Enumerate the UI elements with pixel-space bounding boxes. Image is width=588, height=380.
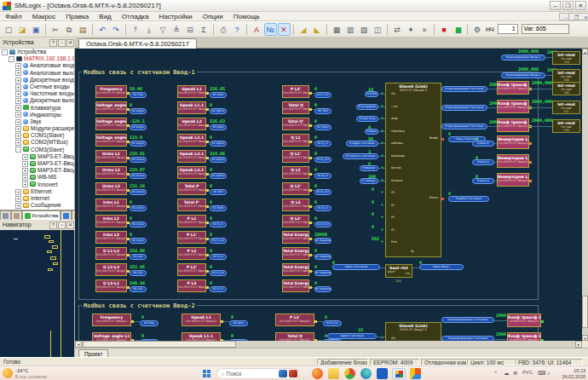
tree-item-Устройства[interactable]: -Устройства — [0, 49, 74, 55]
nav-close-button[interactable]: ✕ — [66, 222, 74, 229]
fbd-block-Frequency[interactable]: Frequency(int,МАРЗ-ЕТ-Ввод1) — [95, 85, 127, 98]
tab-workspace[interactable] — [0, 210, 11, 220]
tree-item-Индикаторы[interactable]: +Индикаторы — [0, 112, 74, 118]
hscroll-thumb[interactable] — [83, 341, 236, 348]
swap-icon[interactable]: ⇄ — [391, 23, 404, 36]
tag-oval-В1:AngL3[interactable]: В1:AngL3 — [130, 141, 147, 147]
tag-oval-В2:P_L32[interactable]: В2:P_L32 — [323, 320, 342, 326]
fbd-block-P L3'[interactable]: P L3'(int,МАРЗ-ЕТ-Ввод1) — [282, 85, 309, 98]
save-icon[interactable]: ▣ — [30, 23, 43, 36]
taskbar-edge-icon[interactable] — [360, 368, 372, 379]
tree-item-COM3(Slave)[interactable]: -COM3(Slave) — [0, 147, 74, 153]
fbd-block-Total Energy[interactable]: Total Energy(int,МАРЗ-ЕТ-Ввод1) — [282, 231, 309, 244]
tag-oval-В1:Urms1[interactable]: В1:Urms1 — [130, 157, 147, 163]
expand-icon[interactable]: - — [15, 147, 21, 153]
tree-item-МАРЗ-ЕТ-Ввод3[interactable]: +МАРЗ-ЕТ-Ввод3 — [0, 167, 74, 174]
cut-icon[interactable]: ✂ — [49, 23, 62, 36]
tree-item-Звук[interactable]: +Звук — [0, 118, 74, 125]
tag-oval-Ктрансформаторы Счетчика2[interactable]: Ктрансформаторы Счетчика2 — [441, 317, 494, 323]
fbd-block-Upeak L2.1[interactable]: Upeak L2.1(int,МАРЗ-ЕТ-Ввод1) — [177, 134, 206, 147]
nav-pin-button[interactable]: ▫ — [58, 222, 66, 229]
print-icon[interactable]: ⎙ — [217, 23, 230, 36]
tree-item-Innovert[interactable]: +Innovert — [0, 181, 74, 188]
fbd-block-Инверторов L1[interactable]: Инверторов L1(int,МАРЗ-ЕТ-Ввод1) — [497, 135, 529, 149]
scroll-right-icon[interactable]: ▸ — [575, 341, 582, 348]
tag-oval-Ошибки Счетчика1[interactable]: Ошибки Счетчика1 — [448, 196, 489, 202]
tag-oval-В1:Upk2[interactable]: В1:Upk2 — [210, 124, 227, 130]
tray-language[interactable]: РУС — [522, 370, 533, 375]
tag-oval-В1:P_L2[interactable]: В1:P_L2 — [210, 254, 227, 260]
minimize-blocks-icon[interactable]: ⊟ — [184, 23, 197, 36]
upload-icon[interactable]: ⤒ — [130, 23, 142, 36]
fbd-block-P L1[interactable]: P L1(int,МАРЗ-ЕТ-Ввод1) — [177, 215, 206, 227]
fbd-block-P L1'[interactable]: P L1'(int,МАРЗ-ЕТ-Ввод1) — [177, 231, 206, 244]
tag-oval-В1:Upk21[interactable]: В1:Upk21 — [210, 141, 227, 147]
fbd-block-Total Energy-3[interactable]: Total Energy-3(int,МАРЗ-ЕТ-Ввод1) — [282, 279, 309, 292]
start-button[interactable] — [203, 370, 211, 378]
expand-icon[interactable]: + — [15, 78, 21, 83]
taskbar-explorer-icon[interactable] — [328, 368, 339, 379]
grid2-icon[interactable]: ▥ — [344, 23, 357, 36]
scroll-left-icon[interactable]: ◂ — [75, 341, 82, 348]
taskbar-color-app-icon[interactable] — [410, 368, 421, 379]
menu-Макрос[interactable]: Макрос — [27, 12, 61, 21]
fbd-block-Q L1[interactable]: Q L1(int,МАРЗ-ЕТ-Ввод1) — [282, 134, 309, 147]
tag-oval-В1:Q_L1[interactable]: В1:Q_L1 — [314, 141, 331, 147]
fbd-block-intreal[interactable]: int→realint real108 — [552, 82, 580, 95]
expand-icon[interactable]: + — [15, 105, 21, 111]
open-icon[interactable]: ◪ — [16, 23, 29, 36]
tree-item-Дискретные входы[interactable]: +Дискретные входы — [0, 77, 74, 83]
fbd-block-U L2-L3[interactable]: U L2-L3(int,МАРЗ-ЕТ-Ввод1) — [95, 263, 127, 276]
grid1-icon[interactable]: ▦ — [331, 23, 343, 36]
fbd-block-Коэф трансф L1[interactable]: Коэф трансф L1(int,МАРЗ-ЕТ-Ввод1) — [497, 81, 529, 95]
fbd-block-Upeak L1[interactable]: Upeak L1(int,МАРЗ-ЕТ-Ввод1) — [177, 85, 206, 98]
tag-oval-Связь Счетчиков[interactable]: Связь Счетчиков — [332, 264, 380, 270]
tag-oval-В1:Энергия[interactable]: В1:Энергия — [314, 238, 331, 244]
tag-oval-В1:Q_L32[interactable]: В1:Q_L32 — [314, 222, 331, 227]
tag-oval-В2:Freq[interactable]: В2:Freq — [140, 320, 159, 326]
fbd-block-Urms L3[interactable]: Urms L3(int,МАРЗ-ЕТ-Ввод1) — [95, 182, 127, 195]
tag-oval-В1:P_L3[interactable]: В1:P_L3 — [210, 286, 227, 292]
tag-oval-В1:Энергия1[interactable]: В1:Энергия1 — [314, 254, 331, 260]
new-icon[interactable]: ▢ — [3, 23, 15, 36]
fbd-block-Irms L2[interactable]: Irms L2(int,МАРЗ-ЕТ-Ввод1) — [95, 215, 127, 227]
expand-icon[interactable]: + — [15, 98, 21, 104]
tag-oval-Связь Ввод-1[interactable]: Связь Ввод-1 — [419, 264, 464, 270]
tag-oval-Ктрансформации Счетчика1[interactable]: Ктрансформации Счетчика1 — [441, 124, 487, 130]
fbd-block-P L2'[interactable]: P L2'(int,МАРЗ-ЕТ-Ввод1) — [177, 263, 206, 276]
menu-Правка[interactable]: Правка — [61, 12, 94, 21]
tag-oval-В1:U23[interactable]: В1:U23 — [130, 270, 147, 276]
panel-pin-button[interactable]: ▫ — [58, 39, 66, 47]
tag-oval-В1:P_L22[interactable]: В1:P_L22 — [210, 270, 227, 276]
grid3-icon[interactable]: ▧ — [358, 23, 371, 36]
delete-link-icon[interactable]: ✕ — [278, 23, 291, 36]
fbd-block-Upeak L3.1[interactable]: Upeak L3.1(int,МАРЗ-ЕТ-Ввод1) — [177, 150, 206, 163]
help-icon[interactable]: ? — [231, 23, 244, 36]
fbd-block-Voltage angle L3[interactable]: Voltage angle L3(int,МАРЗ-ЕТ-Ввод1) — [95, 134, 127, 147]
tag-oval-В1:AngL1[interactable]: В1:AngL1 — [130, 108, 147, 114]
tag-oval-В:Инв L3[interactable]: В:Инв L3 — [472, 178, 494, 184]
tree-item-Аналоговые входы[interactable]: +Аналоговые входы — [0, 62, 74, 69]
tree-item-MATRIX.192.168.1.93[interactable]: -MATRIX.192.168.1.93 — [0, 55, 74, 62]
tag-oval-Ктрансформации Счетчика1[interactable]: Ктрансформации Счетчика1 — [441, 105, 487, 111]
tag-oval-В:Формат[interactable]: В:Формат — [360, 165, 378, 171]
fbd-block-Коэф трансф L2[interactable]: Коэф трансф L2(int,МАРЗ-ЕТ-Ввод1) — [497, 100, 529, 113]
tag-oval-В:Read[interactable]: В:Read — [365, 129, 378, 135]
tag-oval-Ктрансформации Счетчика1[interactable]: Ктрансформации Счетчика1 — [441, 86, 487, 92]
expand-icon[interactable]: + — [15, 140, 21, 146]
fbd-block-Коэф трансф L2[interactable]: Коэф трансф L2(и,МАРЗ-ЕТ-Ввод2) — [507, 332, 541, 341]
fbd-block-Urms L2[interactable]: Urms L2(int,МАРЗ-ЕТ-Ввод1) — [95, 166, 127, 179]
tree-item-COM2(MTBus)[interactable]: +COM2(MTBus) — [0, 139, 74, 146]
expand-icon[interactable]: + — [15, 196, 21, 202]
tree-item-Сообщения[interactable]: +Сообщения — [0, 202, 74, 209]
taskbar-blue-app-icon[interactable] — [377, 368, 388, 379]
expand-icon[interactable]: + — [22, 181, 28, 187]
tray-volume-icon[interactable]: ♪ — [547, 370, 550, 376]
taskbar-chrome-icon[interactable] — [344, 368, 355, 379]
fbd-canvas[interactable]: Modbus связь с счетчиком Ввод-1Modbus св… — [75, 49, 582, 341]
fbd-block-U L3-L1[interactable]: U L3-L1(int,МАРЗ-ЕТ-Ввод1) — [95, 279, 127, 292]
menu-Настройки[interactable]: Настройки — [153, 12, 197, 21]
tray-chevron-icon[interactable]: ^ — [494, 370, 497, 376]
tag-oval-В1:Irms1[interactable]: В1:Irms1 — [130, 205, 147, 211]
fbd-block-Total P'[interactable]: Total P'(int,МАРЗ-ЕТ-Ввод1) — [177, 199, 206, 211]
